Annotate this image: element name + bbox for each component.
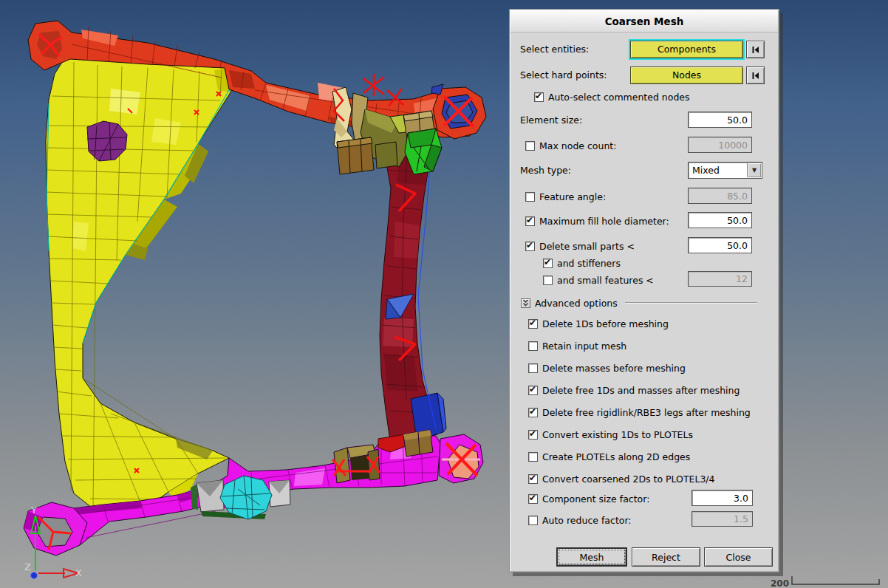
advanced-options-expander[interactable] [521,298,530,308]
delete-small-parts-label: Delete small parts < [539,241,635,252]
checkbox-label: Retain input mesh [542,341,626,352]
skip-back-icon [751,72,759,80]
delete-free-1ds-checkbox[interactable]: ✔ [528,386,538,395]
mesh-type-label: Mesh type: [520,162,571,180]
select-entities-collector[interactable]: Components [630,41,743,58]
max-node-count-input[interactable] [688,137,752,153]
scale-bar: 200 [771,576,879,588]
delete-small-parts-input[interactable] [688,237,752,253]
delete-1ds-checkbox[interactable]: ✔ [528,319,538,329]
and-stiffeners-checkbox[interactable]: ✔ [543,259,553,268]
brown-box-bottom[interactable] [403,430,433,457]
and-stiffeners-label: and stiffeners [557,258,621,269]
checkbox-label: Convert coarsened 2Ds to PLOTEL3/4 [542,474,715,485]
scale-bar-value: 200 [771,578,789,588]
component-size-factor-label: Component size factor: [542,493,649,505]
adv-check-row: ✔ Create PLOTELs along 2D edges [528,450,690,463]
adv-check-row: ✔ Delete free rigidlink/RBE3 legs after … [528,406,751,419]
mesh-ring-end-right[interactable] [431,84,486,139]
delete-free-rigidlink-checkbox[interactable]: ✔ [528,408,538,417]
create-plotels-2d-checkbox[interactable]: ✔ [528,452,538,462]
adv-check-row: ✔ Delete masses before meshing [528,361,686,375]
skip-back-icon [751,46,759,54]
axis-label-z: Z [24,561,31,572]
convert-coarsened-2ds-checkbox[interactable]: ✔ [528,474,538,484]
auto-reduce-factor-row: ✔ Auto reduce factor: [528,513,632,527]
and-small-features-checkbox[interactable]: ✔ [543,276,553,285]
mesh-type-select[interactable]: Mixed ▼ [688,162,762,179]
section-divider [625,302,757,304]
auto-select-label: Auto-select commented nodes [548,92,690,103]
feature-angle-checkbox[interactable]: ✔ [525,192,535,202]
checkbox-label: Delete masses before meshing [542,363,686,374]
feature-angle-input[interactable] [688,188,752,204]
mesh-cyan-patch-group[interactable] [191,476,290,519]
close-button[interactable]: Close [704,547,773,567]
checkbox-label: Delete free rigidlink/RBE3 legs after me… [542,407,751,418]
max-fill-hole-input[interactable] [688,212,752,228]
max-node-count-row: ✔ Max node count: [525,139,616,152]
z-origin-dot [31,572,38,579]
mesh-left-panel-yellow[interactable] [46,58,230,513]
delete-small-parts-row: ✔ Delete small parts < [525,239,635,253]
double-chevron-down-icon [522,298,530,307]
dialog-title[interactable]: Coarsen Mesh [510,10,778,33]
retain-input-mesh-checkbox[interactable]: ✔ [528,341,538,351]
auto-reduce-factor-label: Auto reduce factor: [542,515,632,526]
checkbox-label: Delete 1Ds before meshing [542,318,669,329]
component-size-factor-input[interactable] [691,490,753,506]
adv-check-row: ✔ Delete 1Ds before meshing [528,317,669,330]
axis-label-x: X [75,567,82,578]
and-small-features-row: ✔ and small features < [543,273,654,287]
max-fill-hole-checkbox[interactable]: ✔ [525,216,535,226]
element-size-label: Element size: [520,112,582,129]
axis-label-y: Y [30,505,37,516]
max-node-count-checkbox[interactable]: ✔ [525,141,535,151]
max-fill-hole-label: Maximum fill hole diameter: [539,216,669,227]
max-node-count-label: Max node count: [539,140,616,151]
auto-select-row: ✔ Auto-select commented nodes [534,90,690,103]
mesh-ring-end-right-bottom[interactable] [439,434,483,483]
checkbox-label: Convert existing 1Ds to PLOTELs [542,429,693,440]
select-hard-points-collector[interactable]: Nodes [630,66,743,84]
advanced-options-row: Advanced options [521,296,768,310]
component-size-factor-checkbox[interactable]: ✔ [528,494,538,504]
select-entities-label: Select entities: [520,41,589,58]
select-entities-advanced-button[interactable] [746,41,765,58]
adv-check-row: ✔ Delete free 1Ds and masses after meshi… [528,383,740,397]
olive-bracket[interactable] [332,445,380,483]
feature-angle-label: Feature angle: [539,191,606,202]
delete-masses-checkbox[interactable]: ✔ [528,363,538,373]
and-stiffeners-row: ✔ and stiffeners [543,256,621,270]
and-small-features-input[interactable] [688,271,752,287]
auto-reduce-factor-checkbox[interactable]: ✔ [528,516,538,525]
coarsen-mesh-dialog: Coarsen Mesh Select entities: Components… [509,9,779,572]
olive-box[interactable] [375,142,397,168]
element-size-input[interactable] [688,112,752,128]
mesh-button[interactable]: Mesh [556,547,627,567]
auto-reduce-factor-input[interactable] [691,511,753,527]
checkbox-label: Create PLOTELs along 2D edges [542,451,690,462]
component-size-factor-row: ✔ Component size factor: [528,492,649,505]
adv-check-row: ✔ Convert existing 1Ds to PLOTELs [528,428,693,441]
checkbox-label: Delete free 1Ds and masses after meshing [542,385,740,396]
feature-angle-row: ✔ Feature angle: [525,190,606,203]
adv-check-row: ✔ Retain input mesh [528,339,626,352]
select-hard-points-advanced-button[interactable] [746,66,765,84]
advanced-options-label: Advanced options [535,298,618,309]
scale-bar-ruler [792,576,879,584]
delete-small-parts-checkbox[interactable]: ✔ [525,242,535,251]
chevron-down-icon[interactable]: ▼ [747,163,761,177]
reject-button[interactable]: Reject [632,547,700,567]
convert-1ds-plotels-checkbox[interactable]: ✔ [528,430,538,440]
max-fill-hole-row: ✔ Maximum fill hole diameter: [525,214,669,228]
select-hard-points-label: Select hard points: [520,66,607,84]
and-small-features-label: and small features < [557,275,654,286]
mesh-type-value: Mixed [692,165,720,176]
auto-select-checkbox[interactable]: ✔ [534,92,544,102]
brown-box[interactable] [337,137,374,174]
adv-check-row: ✔ Convert coarsened 2Ds to PLOTEL3/4 [528,472,715,485]
